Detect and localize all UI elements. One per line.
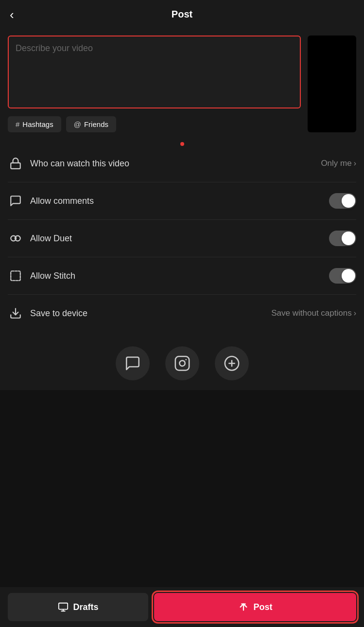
allow-duet-row: Allow Duet xyxy=(8,220,356,257)
description-input[interactable] xyxy=(8,36,301,108)
settings-section: Who can watch this video Only me › Allow… xyxy=(0,145,364,332)
spacer xyxy=(0,390,364,439)
who-can-watch-value: Only me › xyxy=(321,159,356,168)
progress-dot xyxy=(180,142,184,146)
allow-comments-toggle[interactable] xyxy=(329,193,356,209)
more-share-button[interactable] xyxy=(215,346,249,380)
lock-icon xyxy=(8,156,23,171)
at-icon: @ xyxy=(74,120,81,128)
hashtags-button[interactable]: # Hashtags xyxy=(8,116,61,132)
who-can-watch-row[interactable]: Who can watch this video Only me › xyxy=(8,145,356,182)
who-can-watch-label: Who can watch this video xyxy=(30,159,314,169)
svg-rect-3 xyxy=(11,271,20,281)
save-to-device-label: Save to device xyxy=(30,308,264,319)
video-thumbnail xyxy=(308,36,356,132)
drafts-label: Drafts xyxy=(73,602,99,612)
toggle-knob xyxy=(342,194,355,208)
allow-comments-label: Allow comments xyxy=(30,196,322,206)
post-label: Post xyxy=(254,602,273,612)
allow-duet-label: Allow Duet xyxy=(30,233,322,244)
save-to-device-value: Save without captions › xyxy=(271,308,356,318)
description-area: # Hashtags @ Friends xyxy=(0,29,364,139)
toggle-knob-stitch xyxy=(342,269,355,283)
allow-stitch-label: Allow Stitch xyxy=(30,271,322,281)
allow-duet-toggle[interactable] xyxy=(329,231,356,246)
page-title: Post xyxy=(172,9,192,20)
tags-row: # Hashtags @ Friends xyxy=(8,116,301,132)
instagram-share-button[interactable] xyxy=(165,346,199,380)
imessage-share-button[interactable] xyxy=(116,346,150,380)
save-to-device-row[interactable]: Save to device Save without captions › xyxy=(8,295,356,332)
svg-rect-0 xyxy=(11,163,20,169)
chevron-right-icon-save: › xyxy=(354,309,356,318)
drafts-button[interactable]: Drafts xyxy=(8,593,148,621)
post-icon xyxy=(238,602,249,612)
duet-icon xyxy=(8,231,23,246)
share-section xyxy=(0,332,364,390)
hash-icon: # xyxy=(16,120,19,128)
description-left: # Hashtags @ Friends xyxy=(8,36,301,132)
post-button[interactable]: Post xyxy=(154,593,356,621)
friends-label: Friends xyxy=(84,120,108,128)
allow-stitch-row: Allow Stitch xyxy=(8,257,356,295)
add-circle-icon xyxy=(224,355,240,372)
chevron-right-icon: › xyxy=(354,159,356,168)
toggle-knob-duet xyxy=(342,232,355,245)
instagram-icon xyxy=(174,355,191,372)
progress-indicator xyxy=(0,139,364,145)
friends-button[interactable]: @ Friends xyxy=(66,116,116,132)
svg-rect-5 xyxy=(175,357,189,370)
allow-stitch-toggle[interactable] xyxy=(329,268,356,284)
svg-rect-10 xyxy=(58,603,67,609)
drafts-icon xyxy=(58,602,69,612)
stitch-icon xyxy=(8,268,23,284)
download-icon xyxy=(8,305,23,321)
header: ‹ Post xyxy=(0,0,364,29)
hashtags-label: Hashtags xyxy=(22,120,53,128)
bottom-bar: Drafts Post xyxy=(0,587,364,627)
allow-comments-row: Allow comments xyxy=(8,182,356,220)
comment-icon xyxy=(8,193,23,209)
back-button[interactable]: ‹ xyxy=(10,8,14,21)
message-circle-icon xyxy=(124,355,141,372)
